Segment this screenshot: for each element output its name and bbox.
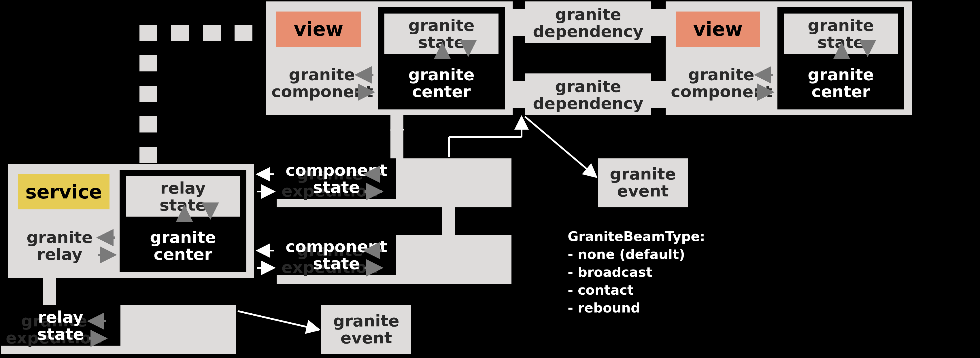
beam-item: - rebound: [568, 299, 705, 317]
state-label: granite state: [384, 17, 498, 51]
component-state-box: component state: [277, 158, 396, 199]
svg-rect-31: [390, 115, 403, 158]
center-label: granite center: [384, 66, 498, 100]
svg-rect-33: [512, 9, 525, 36]
relay-state-box: relay state: [126, 176, 240, 216]
service-block: service granite relay relay state granit…: [8, 164, 254, 278]
svg-rect-30: [43, 278, 56, 305]
svg-rect-35: [651, 9, 666, 36]
dotted-square: [140, 116, 158, 132]
beam-item: - none (default): [568, 245, 705, 263]
state-box: granite state: [384, 14, 498, 54]
component-label: granite component: [671, 66, 772, 100]
relay-state-label: relay state: [1, 309, 121, 343]
view-tag: view: [676, 11, 760, 47]
component-label: granite component: [271, 66, 372, 100]
component-state-label: component state: [277, 162, 396, 196]
dotted-square: [140, 147, 158, 163]
component-state-box: component state: [277, 235, 396, 275]
state-label: granite state: [784, 17, 898, 51]
beam-type-list: GraniteBeamType: - none (default) - broa…: [568, 228, 705, 317]
center-label: granite center: [784, 66, 898, 100]
relay-state-dark-box: relay state: [1, 305, 121, 345]
state-box: granite state: [784, 14, 898, 54]
dotted-square: [140, 86, 158, 102]
dependency-box-top: granite dependency: [525, 2, 651, 43]
view-block-1: view granite component granite state gra…: [266, 2, 512, 115]
event-label: granite event: [598, 165, 688, 200]
svg-rect-32: [442, 207, 455, 235]
beam-title: GraniteBeamType:: [568, 228, 705, 245]
svg-line-25: [525, 117, 597, 177]
dependency-label: granite dependency: [525, 78, 651, 112]
component-state-label: component state: [277, 238, 396, 272]
center-frame: granite state granite center: [778, 7, 904, 110]
event-box-1: granite event: [598, 158, 688, 207]
svg-rect-34: [512, 81, 525, 108]
event-label: granite event: [321, 312, 411, 347]
view-tag-label: view: [294, 18, 343, 40]
relay-state-label: relay state: [126, 180, 240, 214]
view-tag-label: view: [693, 18, 743, 40]
dependency-box-bottom: granite dependency: [525, 73, 651, 115]
expedition-block-bottom: granite expedition relay state: [1, 305, 236, 354]
dependency-label: granite dependency: [525, 6, 651, 40]
dep-connector-bar: [525, 49, 651, 67]
dotted-square: [140, 25, 158, 41]
beam-item: - contact: [568, 281, 705, 299]
expedition-block-1: granite expedition component state: [277, 158, 511, 207]
service-tag: service: [18, 174, 110, 209]
center-label: granite center: [126, 229, 240, 263]
dotted-square: [171, 25, 189, 41]
center-frame: granite state granite center: [378, 7, 505, 110]
expedition-block-2: granite expedition component state: [277, 235, 511, 284]
dotted-square: [140, 55, 158, 72]
view-block-2: view granite component granite state gra…: [666, 2, 912, 115]
relay-label: granite relay: [16, 229, 103, 263]
svg-line-26: [238, 311, 319, 330]
dotted-square: [203, 25, 221, 41]
service-tag-label: service: [25, 181, 102, 203]
svg-rect-36: [651, 81, 666, 108]
view-tag: view: [276, 11, 361, 47]
dotted-square: [235, 25, 253, 41]
beam-item: - broadcast: [568, 263, 705, 281]
diagram-stage: view granite component granite state gra…: [0, 0, 980, 358]
center-frame: relay state granite center: [119, 170, 247, 272]
event-box-2: granite event: [321, 305, 411, 354]
